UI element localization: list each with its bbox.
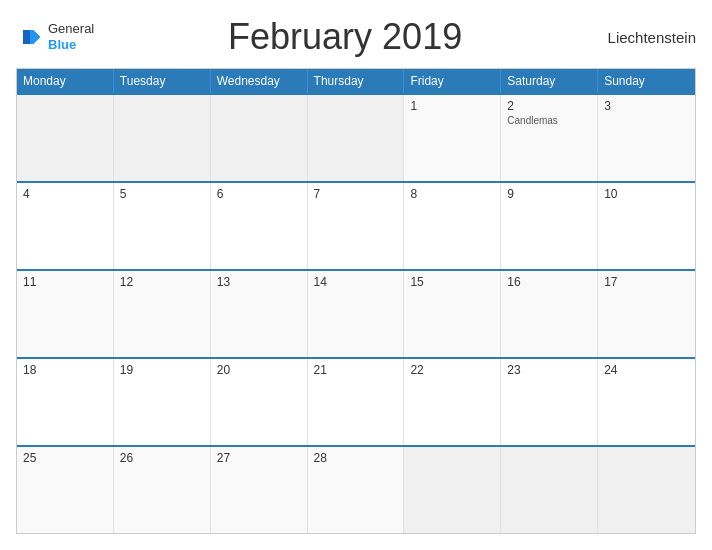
- cal-cell: [308, 95, 405, 181]
- cal-cell: 26: [114, 447, 211, 533]
- week-row-1: 12Candlemas3: [17, 93, 695, 181]
- day-number: 10: [604, 187, 689, 201]
- cal-cell: 17: [598, 271, 695, 357]
- day-of-week-saturday: Saturday: [501, 69, 598, 93]
- cal-cell: 24: [598, 359, 695, 445]
- cal-cell: 22: [404, 359, 501, 445]
- day-event: Candlemas: [507, 115, 591, 126]
- cal-cell: [17, 95, 114, 181]
- day-number: 3: [604, 99, 689, 113]
- day-number: 1: [410, 99, 494, 113]
- cal-cell: 7: [308, 183, 405, 269]
- cal-cell: 5: [114, 183, 211, 269]
- cal-cell: 25: [17, 447, 114, 533]
- day-number: 8: [410, 187, 494, 201]
- cal-cell: 13: [211, 271, 308, 357]
- cal-cell: 6: [211, 183, 308, 269]
- logo-icon: [16, 23, 44, 51]
- day-of-week-wednesday: Wednesday: [211, 69, 308, 93]
- header: General Blue February 2019 Liechtenstein: [16, 16, 696, 58]
- logo-general: General: [48, 21, 94, 37]
- day-number: 19: [120, 363, 204, 377]
- cal-cell: 20: [211, 359, 308, 445]
- cal-cell: 23: [501, 359, 598, 445]
- day-number: 5: [120, 187, 204, 201]
- cal-cell: [114, 95, 211, 181]
- day-number: 13: [217, 275, 301, 289]
- day-number: 16: [507, 275, 591, 289]
- day-of-week-tuesday: Tuesday: [114, 69, 211, 93]
- day-number: 23: [507, 363, 591, 377]
- cal-cell: 16: [501, 271, 598, 357]
- day-of-week-friday: Friday: [404, 69, 501, 93]
- cal-cell: 2Candlemas: [501, 95, 598, 181]
- logo: General Blue: [16, 21, 94, 52]
- cal-cell: 27: [211, 447, 308, 533]
- cal-cell: [598, 447, 695, 533]
- day-number: 21: [314, 363, 398, 377]
- day-number: 26: [120, 451, 204, 465]
- day-number: 2: [507, 99, 591, 113]
- cal-cell: 8: [404, 183, 501, 269]
- cal-cell: 14: [308, 271, 405, 357]
- logo-text: General Blue: [48, 21, 94, 52]
- day-number: 7: [314, 187, 398, 201]
- day-number: 20: [217, 363, 301, 377]
- calendar-body: 12Candlemas34567891011121314151617181920…: [17, 93, 695, 533]
- cal-cell: 11: [17, 271, 114, 357]
- day-of-week-thursday: Thursday: [308, 69, 405, 93]
- day-of-week-monday: Monday: [17, 69, 114, 93]
- calendar: MondayTuesdayWednesdayThursdayFridaySatu…: [16, 68, 696, 534]
- day-number: 22: [410, 363, 494, 377]
- cal-cell: 28: [308, 447, 405, 533]
- week-row-5: 25262728: [17, 445, 695, 533]
- day-number: 9: [507, 187, 591, 201]
- cal-cell: 21: [308, 359, 405, 445]
- cal-cell: [501, 447, 598, 533]
- week-row-3: 11121314151617: [17, 269, 695, 357]
- country-label: Liechtenstein: [596, 29, 696, 46]
- cal-cell: 4: [17, 183, 114, 269]
- day-number: 25: [23, 451, 107, 465]
- day-number: 24: [604, 363, 689, 377]
- day-number: 14: [314, 275, 398, 289]
- cal-cell: 9: [501, 183, 598, 269]
- cal-cell: 3: [598, 95, 695, 181]
- day-number: 11: [23, 275, 107, 289]
- cal-cell: 1: [404, 95, 501, 181]
- svg-marker-1: [23, 30, 30, 44]
- cal-cell: 10: [598, 183, 695, 269]
- day-number: 12: [120, 275, 204, 289]
- week-row-2: 45678910: [17, 181, 695, 269]
- week-row-4: 18192021222324: [17, 357, 695, 445]
- cal-cell: 19: [114, 359, 211, 445]
- cal-cell: [404, 447, 501, 533]
- cal-cell: [211, 95, 308, 181]
- day-number: 18: [23, 363, 107, 377]
- logo-blue: Blue: [48, 37, 94, 53]
- page: General Blue February 2019 Liechtenstein…: [0, 0, 712, 550]
- day-of-week-sunday: Sunday: [598, 69, 695, 93]
- calendar-header: MondayTuesdayWednesdayThursdayFridaySatu…: [17, 69, 695, 93]
- cal-cell: 18: [17, 359, 114, 445]
- day-number: 17: [604, 275, 689, 289]
- cal-cell: 12: [114, 271, 211, 357]
- month-title: February 2019: [94, 16, 596, 58]
- day-number: 28: [314, 451, 398, 465]
- day-number: 6: [217, 187, 301, 201]
- day-number: 15: [410, 275, 494, 289]
- cal-cell: 15: [404, 271, 501, 357]
- day-number: 4: [23, 187, 107, 201]
- day-number: 27: [217, 451, 301, 465]
